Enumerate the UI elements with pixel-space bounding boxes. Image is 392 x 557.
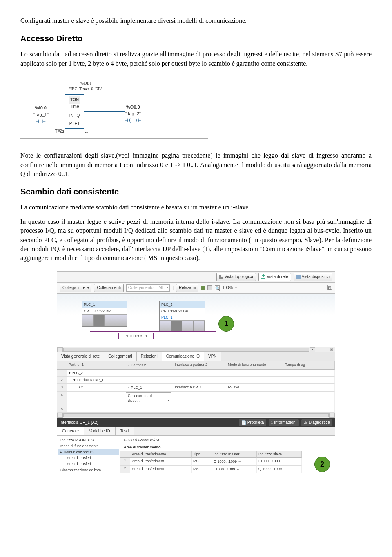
tree-area-trasf-2[interactable]: Area di trasferi... [58,461,119,467]
tab-diagnostica[interactable]: ⚠Diagnostica [301,419,332,426]
block-type: TON [69,96,80,104]
col-partner1[interactable]: Partner 1 [67,361,124,370]
col-modo[interactable]: Modo di funzionamento [226,361,283,370]
view-toolbar: Vista topologica Vista di rete Vista dis… [57,272,335,283]
islave-panel: Comunicazione ISlave Aree di trasferimen… [120,436,335,475]
row-1-p1[interactable]: ▾ PLC_2 [67,370,124,377]
scroll-left-icon[interactable]: ‹ [57,347,63,352]
vista-rete-tab[interactable]: Vista di rete [258,273,291,281]
pin-et: ET [75,121,80,127]
toolbar-icon-2[interactable] [207,285,212,290]
row-2-ip2[interactable] [173,377,226,384]
row-4-p1[interactable] [67,392,124,405]
tree-indirizzo-profibus[interactable]: Indirizzo PROFIBUS [58,437,119,443]
row-2-p2[interactable] [124,377,173,384]
col-ind-master[interactable]: Indirizzo master [212,451,257,458]
tab-vista-generale[interactable]: Vista generale di rete [57,352,104,361]
tree-comunicazione-islave[interactable]: ▸ Comunicazione ISl... [58,449,119,455]
trow-1-master[interactable]: Q 1000...1009 → [212,458,257,466]
scroll-left-icon[interactable]: ‹ [57,413,63,418]
row-5-ip2[interactable] [173,405,226,413]
subtab-variabile-io[interactable]: Variabile IO [84,427,116,435]
collegamenti-button[interactable]: Collegamenti [94,284,123,292]
col-interfaccia[interactable]: Interfaccia partner 2 [173,361,226,370]
info-icon: ℹ [271,420,273,426]
row-4-ip2[interactable] [173,392,226,405]
row-2-p1[interactable]: ▾ Interfaccia DP_1 [67,377,124,384]
callout-2: 2 [314,457,330,472]
trow-2-area[interactable]: Area di trasferiment... [130,466,192,473]
row-3-p2[interactable]: ↔ PLC_1 [124,384,173,392]
paragraph-intro: Configurati master e slave è possibile i… [20,16,372,25]
col-partner2[interactable]: ↔ Partner 2 [124,361,173,370]
scroll-thumb[interactable] [63,413,329,417]
row-1-modo[interactable] [226,370,283,377]
row-1-ip2[interactable] [173,370,226,377]
trow-2-tipo[interactable]: MS [192,466,212,473]
zoom-dropdown-icon[interactable]: ▾ [235,285,237,290]
plc1-box[interactable]: PLC_1 CPU 314C-2 DP [82,301,127,327]
row-1-num: 1 [57,370,67,377]
trow-2-slave[interactable]: Q 1000...1009 [257,466,302,473]
tab-comunicazione-io[interactable]: Comunicazione IO [162,352,204,361]
scroll-right-icon[interactable]: › [329,413,335,418]
row-1-p2[interactable] [124,370,173,377]
toolbar-icon-1[interactable] [201,286,205,290]
tab-relazioni[interactable]: Relazioni [137,352,162,361]
row-3-t[interactable] [283,384,335,392]
row-4-p2[interactable]: Collocare qui il dispo... [124,392,173,405]
relazioni-button[interactable]: Relazioni [176,284,198,292]
row-1-t[interactable] [283,370,335,377]
vista-dispositivi-tab[interactable]: Vista dispositivi [294,273,332,281]
h-scrollbar[interactable]: ‹ › ▣ [57,347,335,352]
db-name: "IEC_Timer_0_DB" [67,86,104,92]
tab-collegamenti[interactable]: Collegamenti [104,352,136,361]
profibus-label[interactable]: PROFIBUS_1 [118,333,154,340]
subtab-generale[interactable]: Generale [57,427,84,435]
zoom-icon[interactable]: 🔍 [215,285,220,290]
row-3-ip2[interactable]: Interfaccia DP_1 [173,384,226,392]
properties-panel: Indirizzo PROFIBUS Modo di funzionamento… [57,436,335,475]
tree-sincronizzazione[interactable]: Sincronizzazione dell'ora [58,467,119,473]
plc2-box[interactable]: PLC_2 CPU 314C-2 DP PLC_1 [159,301,205,333]
device-icon [296,275,301,279]
col-tipo[interactable]: Tipo [192,451,212,458]
trow-1-slave[interactable]: I 1000...1009 [257,458,302,466]
row-5-t[interactable] [283,405,335,413]
subtab-testi[interactable]: Testi [116,427,134,435]
row-2-modo[interactable] [226,377,283,384]
tab-informazioni[interactable]: ℹInformazioni [269,419,298,426]
scroll-thumb[interactable] [63,348,309,352]
tree-modo-funzionamento[interactable]: Modo di funzionamento [58,443,119,449]
zoom-level: 100% [222,285,233,291]
col-area[interactable]: Area di trasferimento [130,451,192,458]
tree-area-trasf-1[interactable]: Area di trasferi... [58,455,119,461]
expand-icon[interactable]: ⊡ [327,285,332,290]
row-5-p2[interactable] [124,405,173,413]
scroll-right-icon[interactable]: › [310,347,315,352]
col-tempo[interactable]: Tempo di ag [283,361,335,370]
row-2-t[interactable] [283,377,335,384]
row-5-modo[interactable] [226,405,283,413]
network-canvas[interactable]: PLC_1 CPU 314C-2 DP PLC_2 CPU 314C-2 DP … [57,294,335,347]
h-scrollbar-2[interactable]: ‹ › [57,413,335,418]
db-address: %DB1 [67,80,104,86]
collegamento-hmi-dropdown[interactable]: Collegamento_HMI [126,284,170,292]
row-4-t[interactable] [283,392,335,405]
row-3-num: 3 [57,384,67,392]
col-ind-slave[interactable]: Indirizzo slave [257,451,302,458]
collega-rete-button[interactable]: Collega in rete [60,284,91,292]
dispo-dropdown[interactable]: Collocare qui il dispo... [126,392,171,404]
tab-vpn[interactable]: VPN [204,352,221,361]
row-3-p1[interactable]: X2 [67,384,124,392]
vista-topologica-tab[interactable]: Vista topologica [216,273,256,281]
trow-1-area[interactable]: Area di trasferiment... [130,458,192,466]
row-5-p1[interactable] [67,405,124,413]
scroll-info-icon[interactable]: ▣ [315,347,335,352]
tab-proprieta[interactable]: 📄Proprietà [239,419,267,426]
panel-title: Comunicazione ISlave [120,436,335,444]
trow-2-master[interactable]: I 1000...1009 ← [212,466,257,473]
row-4-modo[interactable] [226,392,283,405]
row-3-modo[interactable]: I-Slave [226,384,283,392]
trow-1-tipo[interactable]: MS [192,458,212,466]
